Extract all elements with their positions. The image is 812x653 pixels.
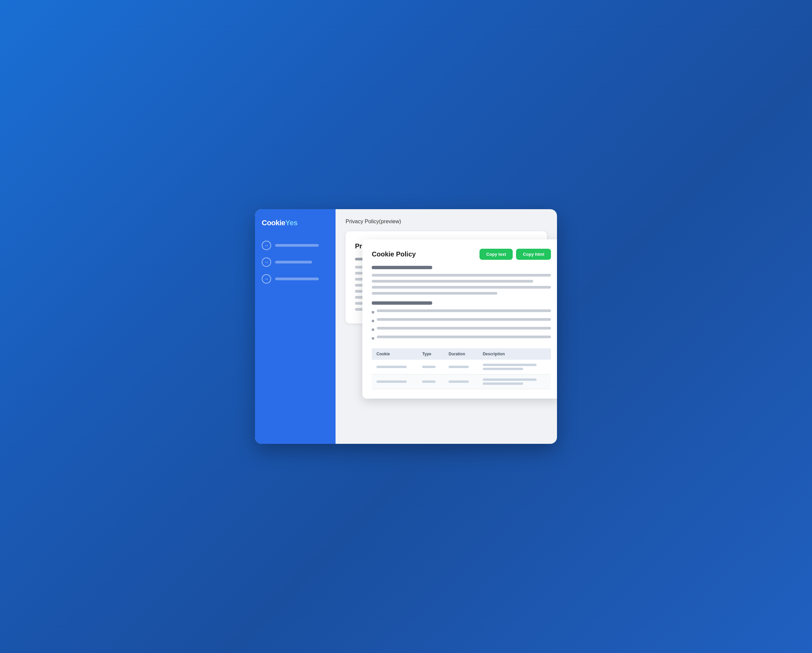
- cookie-copy-html-button[interactable]: Copy html: [516, 249, 551, 260]
- sidebar-item-label-1: [275, 244, 319, 247]
- cookie-table: Cookie Type Duration Description: [372, 348, 551, 389]
- bullet-icon-1: [372, 311, 374, 314]
- desc-1-line-1: [483, 364, 537, 366]
- table-cell-type-2: [417, 374, 444, 389]
- cookie-copy-text-button[interactable]: Copy text: [479, 249, 513, 260]
- cookie-section-1: [372, 266, 551, 295]
- table-cell-desc-2: [478, 374, 551, 389]
- bullet-line-3: [377, 327, 551, 330]
- bullet-icon-2: [372, 320, 374, 322]
- main-content-area: Privacy Policy(preview) Privacy Policy C…: [336, 209, 557, 444]
- col-type: Type: [417, 348, 444, 360]
- s1-line-4: [372, 292, 497, 295]
- bullet-row-2: [372, 318, 551, 324]
- table-cell-duration-2: [444, 374, 478, 389]
- type-2-line: [422, 381, 435, 383]
- sidebar-item-3[interactable]: →: [262, 274, 329, 283]
- cookie-card-buttons: Copy text Copy html: [479, 249, 551, 260]
- sidebar-item-label-2: [275, 261, 312, 263]
- cookie-card-title: Cookie Policy: [372, 250, 416, 258]
- app-logo: CookieYes: [262, 219, 329, 227]
- s1-line-3: [372, 286, 551, 289]
- s1-line-1: [372, 274, 551, 277]
- cookie-1-line: [377, 366, 407, 368]
- table-row: [372, 360, 551, 374]
- desc-2-line-1: [483, 379, 537, 381]
- type-1-line: [422, 366, 435, 368]
- arrow-right-icon-3: →: [262, 274, 271, 283]
- bullet-icon-3: [372, 329, 374, 331]
- desc-2-line-2: [483, 382, 523, 385]
- bullet-icon-4: [372, 337, 374, 339]
- bullet-row-4: [372, 336, 551, 342]
- cookie-policy-card: Cookie Policy Copy text Copy html: [362, 239, 557, 399]
- bullet-row-3: [372, 327, 551, 333]
- col-duration: Duration: [444, 348, 478, 360]
- cookie-card-container: Cookie Policy Copy text Copy html: [362, 239, 557, 399]
- bullet-line-1: [377, 309, 551, 312]
- table-row: [372, 374, 551, 389]
- main-window: CookieYes → → → Privacy Policy(preview) …: [255, 209, 557, 444]
- bullet-row-1: [372, 309, 551, 315]
- arrow-right-icon-1: →: [262, 240, 271, 250]
- cookie-2-line: [377, 381, 407, 383]
- bullet-line-2: [377, 318, 551, 321]
- page-title: Privacy Policy(preview): [346, 219, 547, 225]
- table-cell-type-1: [417, 360, 444, 374]
- duration-2-line: [449, 381, 469, 383]
- bullet-line-4: [377, 336, 551, 338]
- table-cell-cookie-2: [372, 374, 417, 389]
- cookie-section-2-title: [372, 301, 432, 305]
- table-cell-cookie-1: [372, 360, 417, 374]
- sidebar-item-2[interactable]: →: [262, 257, 329, 267]
- table-header-row: Cookie Type Duration Description: [372, 348, 551, 360]
- cookie-section-2: [372, 301, 551, 342]
- col-cookie: Cookie: [372, 348, 417, 360]
- arrow-right-icon-2: →: [262, 257, 271, 267]
- duration-1-line: [449, 366, 469, 368]
- sidebar-item-label-3: [275, 277, 319, 280]
- desc-1-line-2: [483, 368, 523, 370]
- table-cell-desc-1: [478, 360, 551, 374]
- s1-line-2: [372, 280, 533, 283]
- sidebar-item-1[interactable]: →: [262, 240, 329, 250]
- cookie-card-header: Cookie Policy Copy text Copy html: [372, 249, 551, 260]
- sidebar: CookieYes → → →: [255, 209, 336, 444]
- sidebar-navigation: → → →: [262, 240, 329, 283]
- col-description: Description: [478, 348, 551, 360]
- cookie-section-1-title: [372, 266, 432, 269]
- table-cell-duration-1: [444, 360, 478, 374]
